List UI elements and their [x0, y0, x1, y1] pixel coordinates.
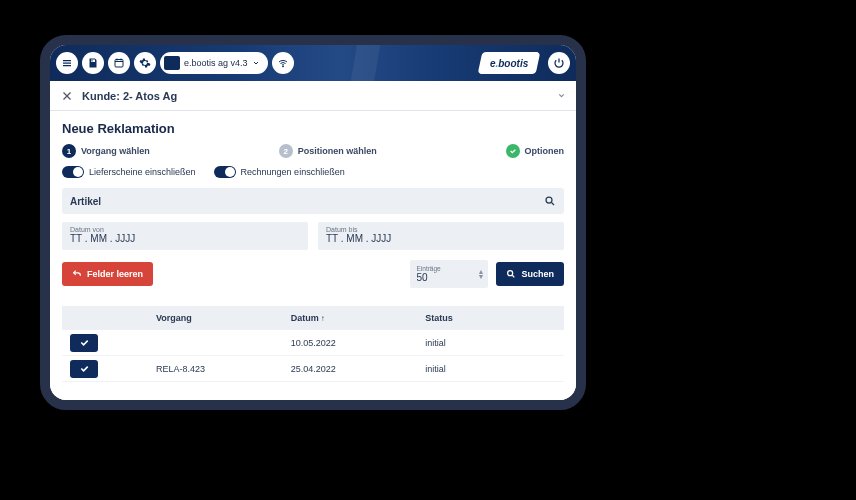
power-button[interactable] [548, 52, 570, 74]
app-frame: e.bootis ag v4.3 e.bootis Kunde: 2- Atos… [40, 35, 586, 410]
wifi-button[interactable] [272, 52, 294, 74]
date-to-label: Datum bis [326, 226, 556, 233]
row-select-button[interactable] [70, 360, 98, 378]
svg-point-7 [282, 66, 283, 67]
step-2-label: Positionen wählen [298, 146, 377, 156]
switch-icon [62, 166, 84, 178]
table-header: Vorgang Datum↑ Status [62, 306, 564, 330]
cell-datum: 10.05.2022 [291, 338, 426, 348]
expand-subheader[interactable] [557, 91, 566, 100]
top-bar: e.bootis ag v4.3 e.bootis [50, 45, 576, 81]
table-row[interactable]: RELA-8.423 25.04.2022 initial [62, 356, 564, 382]
date-to-value: TT . MM . JJJJ [326, 233, 556, 244]
step-1[interactable]: 1 Vorgang wählen [62, 144, 150, 158]
check-icon [79, 337, 90, 348]
article-search-label: Artikel [70, 196, 101, 207]
main-content: Neue Reklamation 1 Vorgang wählen 2 Posi… [50, 111, 576, 400]
check-icon [79, 363, 90, 374]
undo-icon [72, 269, 82, 279]
article-search[interactable]: Artikel [62, 188, 564, 214]
toggle-row: Lieferscheine einschließen Rechnungen ei… [62, 166, 564, 178]
row-select-button[interactable] [70, 334, 98, 352]
entries-value: 50 [416, 272, 482, 283]
search-button-label: Suchen [521, 269, 554, 279]
truck-icon [164, 56, 180, 70]
breadcrumb-title: Kunde: 2- Atos Ag [82, 90, 177, 102]
switch-icon [214, 166, 236, 178]
col-header-vorgang[interactable]: Vorgang [156, 313, 291, 323]
search-button[interactable]: Suchen [496, 262, 564, 286]
save-button[interactable] [82, 52, 104, 74]
tenant-selector[interactable]: e.bootis ag v4.3 [160, 52, 268, 74]
cell-status: initial [425, 338, 560, 348]
clear-fields-label: Felder leeren [87, 269, 143, 279]
date-from-value: TT . MM . JJJJ [70, 233, 300, 244]
toggle-invoices[interactable]: Rechnungen einschließen [214, 166, 345, 178]
sort-asc-icon: ↑ [321, 314, 325, 323]
close-icon[interactable] [60, 89, 74, 103]
cell-vorgang: RELA-8.423 [156, 364, 291, 374]
clear-fields-button[interactable]: Felder leeren [62, 262, 153, 286]
date-filters: Datum von TT . MM . JJJJ Datum bis TT . … [62, 222, 564, 250]
table-row[interactable]: 10.05.2022 initial [62, 330, 564, 356]
action-row: Felder leeren Einträge 50 ▲▼ Suchen [62, 260, 564, 288]
col-header-status[interactable]: Status [425, 313, 560, 323]
step-1-label: Vorgang wählen [81, 146, 150, 156]
menu-button[interactable] [56, 52, 78, 74]
svg-point-10 [546, 197, 552, 203]
check-icon [506, 144, 520, 158]
col-header-datum[interactable]: Datum↑ [291, 313, 426, 323]
date-to-field[interactable]: Datum bis TT . MM . JJJJ [318, 222, 564, 250]
page-title: Neue Reklamation [62, 121, 564, 136]
spinner-icon: ▲▼ [478, 269, 485, 279]
step-1-number: 1 [62, 144, 76, 158]
step-2[interactable]: 2 Positionen wählen [279, 144, 377, 158]
entries-label: Einträge [416, 265, 482, 272]
brand-logo: e.bootis [477, 52, 540, 74]
step-3-label: Optionen [525, 146, 565, 156]
cell-datum: 25.04.2022 [291, 364, 426, 374]
chevron-down-icon [252, 59, 260, 67]
step-3[interactable]: Optionen [506, 144, 565, 158]
svg-line-13 [513, 275, 515, 277]
tenant-label: e.bootis ag v4.3 [184, 58, 248, 68]
search-icon[interactable] [544, 195, 556, 207]
entries-selector[interactable]: Einträge 50 ▲▼ [410, 260, 488, 288]
svg-rect-3 [115, 60, 123, 68]
toggle-delivery-notes[interactable]: Lieferscheine einschließen [62, 166, 196, 178]
breadcrumb-bar: Kunde: 2- Atos Ag [50, 81, 576, 111]
search-icon [506, 269, 516, 279]
date-from-field[interactable]: Datum von TT . MM . JJJJ [62, 222, 308, 250]
cell-status: initial [425, 364, 560, 374]
date-from-label: Datum von [70, 226, 300, 233]
svg-line-11 [552, 203, 555, 206]
step-2-number: 2 [279, 144, 293, 158]
wizard-stepper: 1 Vorgang wählen 2 Positionen wählen Opt… [62, 144, 564, 158]
calendar-button[interactable] [108, 52, 130, 74]
svg-point-12 [508, 271, 513, 276]
settings-button[interactable] [134, 52, 156, 74]
toggle-invoices-label: Rechnungen einschließen [241, 167, 345, 177]
toggle-delivery-label: Lieferscheine einschließen [89, 167, 196, 177]
